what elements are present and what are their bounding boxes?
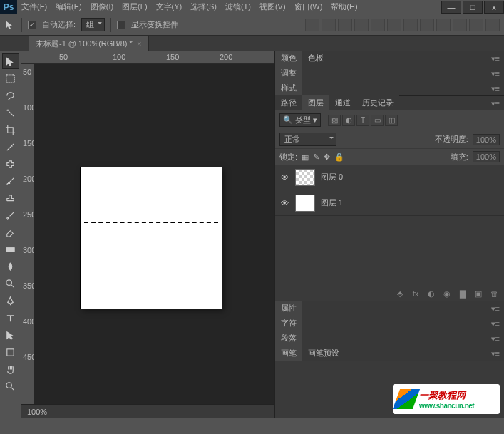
layer-item[interactable]: 👁 图层 1 [275, 190, 504, 216]
link-icon[interactable]: ⬘ [394, 289, 406, 299]
menu-type[interactable]: 文字(Y) [152, 0, 187, 14]
panel-menu-icon[interactable]: ▾≡ [487, 317, 504, 331]
align-icon[interactable] [453, 19, 467, 31]
canvas-viewport[interactable] [34, 64, 274, 404]
tab-layers[interactable]: 图层 [302, 95, 329, 110]
maximize-button[interactable]: □ [463, 1, 483, 14]
layer-filter-dropdown[interactable]: 🔍 类型 ▾ [279, 113, 321, 127]
menu-window[interactable]: 窗口(W) [290, 0, 327, 14]
layer-item[interactable]: 👁 图层 0 [275, 165, 504, 190]
ruler-horizontal[interactable]: 50 100 150 200 [34, 51, 274, 64]
lock-trans-icon[interactable]: ▦ [302, 153, 309, 162]
canvas[interactable] [81, 167, 222, 309]
eraser-tool[interactable] [2, 224, 19, 240]
crop-tool[interactable] [2, 122, 19, 138]
group-icon[interactable]: ▇ [457, 289, 468, 299]
panel-menu-icon[interactable]: ▾≡ [487, 332, 504, 346]
pen-tool[interactable] [2, 293, 19, 309]
auto-select-checkbox[interactable] [28, 21, 36, 29]
move-tool[interactable] [2, 53, 19, 69]
tab-adjustments[interactable]: 调整 [275, 66, 302, 81]
lock-pos-icon[interactable]: ✥ [324, 153, 330, 162]
lock-all-icon[interactable]: 🔒 [334, 153, 344, 162]
tab-history[interactable]: 历史记录 [356, 95, 399, 110]
tab-brush-presets[interactable]: 画笔预设 [302, 346, 345, 361]
opacity-value[interactable]: 100% [473, 134, 500, 145]
mask-icon[interactable]: ◐ [426, 289, 437, 299]
panel-menu-icon[interactable]: ▾≡ [487, 67, 504, 81]
align-icon[interactable] [338, 19, 352, 31]
dodge-tool[interactable] [2, 276, 19, 291]
minimize-button[interactable]: — [441, 1, 461, 14]
trash-icon[interactable]: 🗑 [488, 289, 500, 299]
blend-mode-dropdown[interactable]: 正常 [279, 133, 336, 146]
ruler-vertical[interactable]: 50 100 150 200 250 300 350 400 450 [21, 64, 34, 404]
filter-adjust-icon[interactable]: ◐ [342, 115, 355, 126]
tab-paragraph[interactable]: 段落 [275, 331, 302, 346]
visibility-icon[interactable]: 👁 [279, 199, 289, 207]
layer-name[interactable]: 图层 0 [321, 172, 343, 182]
panel-menu-icon[interactable]: ▾≡ [487, 97, 504, 110]
brush-tool[interactable] [2, 173, 19, 189]
menu-help[interactable]: 帮助(H) [326, 0, 361, 14]
heal-tool[interactable] [2, 156, 19, 172]
panel-menu-icon[interactable]: ▾≡ [487, 52, 504, 66]
fill-value[interactable]: 100% [473, 151, 500, 162]
tab-swatches[interactable]: 色板 [302, 51, 329, 66]
panel-menu-icon[interactable]: ▾≡ [487, 302, 504, 316]
menu-select[interactable]: 选择(S) [186, 0, 221, 14]
zoom-tool[interactable] [2, 378, 19, 394]
shape-tool[interactable] [2, 344, 19, 360]
type-tool[interactable] [2, 310, 19, 326]
close-tab-icon[interactable]: × [137, 39, 141, 48]
wand-tool[interactable] [2, 105, 19, 120]
tab-brush[interactable]: 画笔 [275, 346, 302, 361]
visibility-icon[interactable]: 👁 [279, 173, 289, 182]
menu-image[interactable]: 图像(I) [86, 0, 118, 14]
document-tab[interactable]: 未标题-1 @ 100%(RGB/8) * × [29, 36, 149, 51]
menu-filter[interactable]: 滤镜(T) [221, 0, 255, 14]
align-icon[interactable] [305, 19, 319, 31]
menu-edit[interactable]: 编辑(E) [51, 0, 86, 14]
layer-thumbnail[interactable] [295, 169, 315, 186]
tab-character[interactable]: 字符 [275, 316, 302, 331]
gradient-tool[interactable] [2, 242, 19, 257]
align-icon[interactable] [403, 19, 418, 31]
align-icon[interactable] [371, 19, 385, 31]
align-icon[interactable] [485, 19, 500, 31]
path-select-tool[interactable] [2, 327, 19, 343]
align-icon[interactable] [469, 19, 483, 31]
filter-smart-icon[interactable]: ◫ [385, 115, 398, 126]
show-transform-checkbox[interactable] [117, 21, 125, 29]
menu-file[interactable]: 文件(F) [17, 0, 51, 14]
tab-channels[interactable]: 通道 [329, 95, 356, 110]
marquee-tool[interactable] [2, 71, 19, 86]
panel-menu-icon[interactable]: ▾≡ [487, 347, 504, 361]
menu-layer[interactable]: 图层(L) [118, 0, 151, 14]
hand-tool[interactable] [2, 361, 19, 377]
layer-name[interactable]: 图层 1 [321, 197, 343, 208]
align-icon[interactable] [420, 19, 434, 31]
new-layer-icon[interactable]: ▣ [473, 289, 484, 299]
eyedropper-tool[interactable] [2, 139, 19, 155]
panel-menu-icon[interactable]: ▾≡ [487, 82, 504, 95]
filter-pixel-icon[interactable]: ▧ [328, 115, 341, 126]
filter-type-icon[interactable]: T [356, 115, 369, 126]
filter-shape-icon[interactable]: ▭ [371, 115, 384, 126]
lock-pixel-icon[interactable]: ✎ [313, 153, 319, 162]
align-icon[interactable] [322, 19, 336, 31]
tab-properties[interactable]: 属性 [275, 301, 302, 316]
tab-color[interactable]: 颜色 [275, 51, 302, 66]
stamp-tool[interactable] [2, 190, 19, 206]
fx-icon[interactable]: fx [410, 289, 421, 299]
zoom-level[interactable]: 100% [27, 408, 47, 416]
tab-paths[interactable]: 路径 [275, 95, 302, 110]
adjustment-icon[interactable]: ◉ [441, 289, 453, 299]
menu-view[interactable]: 视图(V) [255, 0, 290, 14]
align-icon[interactable] [354, 19, 369, 31]
close-button[interactable]: x [484, 1, 504, 14]
blur-tool[interactable] [2, 259, 19, 274]
align-icon[interactable] [387, 19, 401, 31]
lasso-tool[interactable] [2, 88, 19, 103]
history-brush-tool[interactable] [2, 207, 19, 223]
